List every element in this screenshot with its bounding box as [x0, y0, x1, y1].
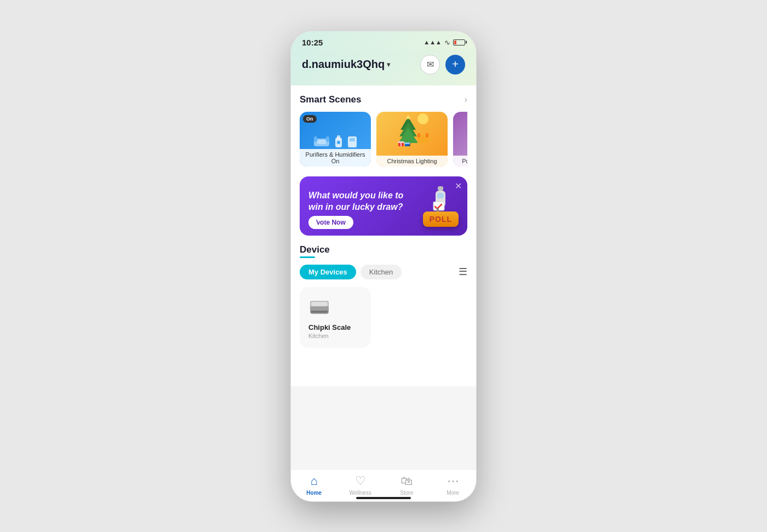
status-bar: 10:25 ▲▲▲ ∿ — [291, 31, 476, 50]
svg-rect-8 — [350, 138, 355, 141]
account-name-row[interactable]: d.naumiuk3Qhq ▾ — [302, 58, 390, 71]
sofa-icon — [313, 131, 330, 148]
svg-rect-23 — [438, 186, 443, 191]
svg-rect-21 — [417, 133, 420, 138]
svg-rect-3 — [317, 140, 326, 144]
more-nav-label: More — [447, 490, 459, 496]
banner-text-area: What would you like to win in our lucky … — [308, 190, 419, 222]
add-button[interactable]: + — [445, 55, 465, 75]
header: d.naumiuk3Qhq ▾ ✉ + — [291, 50, 476, 85]
appliance-icon — [347, 135, 358, 148]
svg-point-6 — [337, 141, 340, 144]
banner-dots — [317, 218, 419, 221]
svg-rect-27 — [437, 208, 439, 211]
chevron-down-icon: ▾ — [387, 61, 390, 68]
svg-rect-19 — [404, 142, 410, 144]
list-view-icon[interactable]: ☰ — [459, 266, 467, 278]
svg-rect-30 — [311, 302, 328, 306]
scene-2-label: Christmas Lighting — [376, 156, 448, 167]
dot-1 — [317, 218, 320, 221]
christmas-scene — [390, 112, 434, 153]
svg-point-9 — [417, 113, 428, 124]
device-location: Kitchen — [308, 333, 362, 339]
scenes-scroll[interactable]: On — [300, 112, 467, 169]
device-section: Device My Devices Kitchen ☰ — [291, 236, 476, 348]
banner-visual: POLL — [423, 185, 459, 227]
svg-rect-17 — [400, 141, 402, 146]
home-nav-label: Home — [306, 490, 322, 496]
battery-fill — [454, 41, 456, 44]
main-content: Smart Scenes › On — [291, 85, 476, 386]
smart-scenes-title: Smart Scenes — [300, 94, 361, 105]
device-name: Chipki Scale — [308, 323, 362, 331]
banner-close-button[interactable]: ✕ — [455, 181, 462, 191]
dot-3 — [328, 218, 331, 221]
dot-2 — [323, 218, 326, 221]
device-title-underline — [300, 256, 315, 258]
scene-1-label: Purifiers & Humidifiers On — [300, 149, 371, 167]
tab-kitchen[interactable]: Kitchen — [360, 265, 402, 279]
banner-title: What would you like to win in our lucky … — [308, 190, 419, 213]
wellness-nav-icon: ♡ — [355, 474, 366, 488]
svg-rect-22 — [426, 133, 428, 138]
svg-rect-32 — [311, 311, 328, 313]
smart-scenes-header: Smart Scenes › — [300, 94, 467, 105]
nav-item-home[interactable]: ⌂ Home — [299, 474, 329, 496]
home-indicator — [356, 497, 411, 499]
nav-item-wellness[interactable]: ♡ Wellness — [345, 474, 375, 496]
scenes-arrow-icon[interactable]: › — [465, 95, 467, 105]
more-nav-icon: ⋯ — [447, 474, 459, 488]
device-card-chipki[interactable]: Chipki Scale Kitchen — [300, 287, 371, 348]
svg-rect-25 — [437, 193, 444, 198]
mail-button[interactable]: ✉ — [420, 55, 440, 75]
smart-scenes-section: Smart Scenes › On — [291, 85, 476, 169]
scene-card-1-visual: On — [300, 112, 371, 153]
phone-frame: 10:25 ▲▲▲ ∿ d.naumiuk3Qhq ▾ ✉ + S — [290, 31, 477, 502]
humidifier-icon — [333, 133, 345, 148]
nav-item-more[interactable]: ⋯ More — [438, 474, 468, 496]
scene-3-label: Pu... — [453, 156, 467, 167]
plus-icon: + — [452, 58, 459, 71]
battery-icon — [453, 39, 465, 45]
device-image — [308, 296, 330, 318]
status-icons: ▲▲▲ ∿ — [423, 38, 465, 47]
status-time: 10:25 — [302, 38, 323, 47]
header-actions: ✉ + — [420, 55, 465, 75]
wellness-nav-label: Wellness — [350, 490, 371, 496]
account-label: d.naumiuk3Qhq — [302, 58, 385, 71]
home-nav-icon: ⌂ — [311, 474, 318, 488]
christmas-scene-svg — [393, 112, 431, 150]
mail-icon: ✉ — [427, 59, 434, 70]
scene-card-2-visual — [376, 112, 448, 153]
scene-card-3-visual — [453, 112, 467, 153]
svg-rect-5 — [337, 135, 340, 139]
scene-card-christmas[interactable]: Christmas Lighting — [376, 112, 448, 167]
scale-device-icon — [309, 296, 330, 317]
lucky-draw-banner[interactable]: What would you like to win in our lucky … — [300, 176, 467, 236]
scene-card-purifiers2[interactable]: Pu... — [453, 112, 467, 167]
device-tabs: My Devices Kitchen ☰ — [300, 265, 467, 279]
device-title: Device — [300, 244, 467, 255]
ballot-icon — [432, 202, 449, 213]
signal-icon: ▲▲▲ — [423, 39, 442, 45]
poll-box: POLL — [423, 211, 459, 227]
store-nav-label: Store — [400, 490, 413, 496]
svg-rect-2 — [326, 136, 329, 142]
svg-rect-1 — [314, 136, 317, 142]
tab-my-devices[interactable]: My Devices — [300, 265, 356, 279]
store-nav-icon: 🛍 — [400, 474, 413, 488]
scene-card-purifiers[interactable]: On — [300, 112, 371, 167]
poll-label: POLL — [430, 215, 452, 224]
wifi-icon: ∿ — [444, 38, 450, 47]
nav-item-store[interactable]: 🛍 Store — [392, 474, 422, 496]
scene-on-badge: On — [303, 115, 317, 123]
humidifier-scene — [308, 112, 362, 153]
